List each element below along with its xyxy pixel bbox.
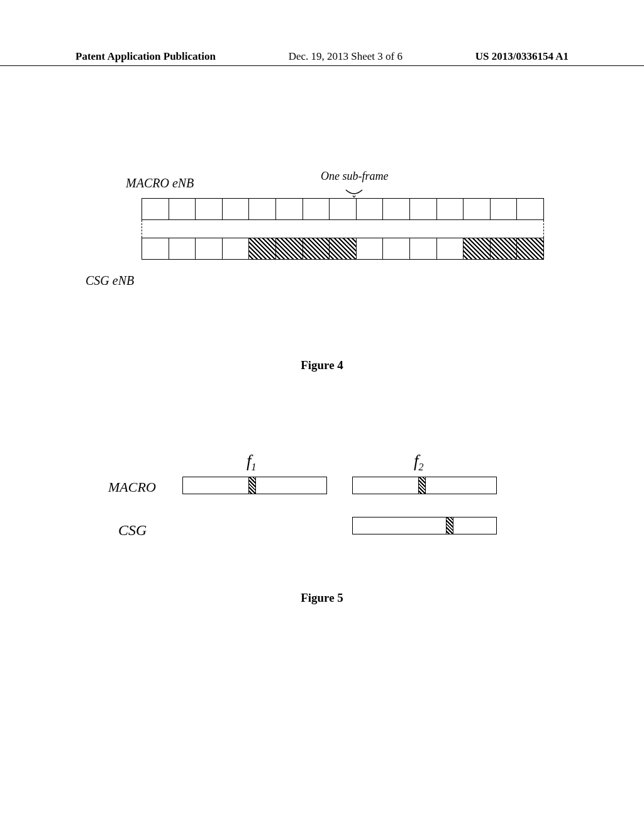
header-date-sheet: Dec. 19, 2013 Sheet 3 of 6 <box>289 50 402 63</box>
f2-text: f <box>414 451 419 470</box>
subframe-cell <box>491 199 518 219</box>
subframe-cell-hatched <box>276 238 303 259</box>
csg-f2-bar <box>352 517 497 534</box>
subframe-cell <box>410 199 437 219</box>
label-one-subframe: One sub-frame <box>321 170 388 183</box>
subframe-cell <box>196 199 223 219</box>
figure-5-caption: Figure 5 <box>88 591 556 605</box>
subframe-cell <box>517 199 543 219</box>
subframe-cell <box>196 238 223 259</box>
f2-sub: 2 <box>419 462 424 472</box>
page-header: Patent Application Publication Dec. 19, … <box>0 50 644 66</box>
subframe-cell <box>223 238 250 259</box>
subframe-cell-hatched <box>464 238 491 259</box>
label-csg: CSG <box>118 522 147 539</box>
subframe-cell <box>383 199 410 219</box>
subframe-cell <box>223 199 250 219</box>
hatch-slice <box>446 517 453 534</box>
label-csg-enb: CSG eNB <box>86 274 134 288</box>
label-f1: f1 <box>247 451 257 473</box>
label-macro-enb: MACRO eNB <box>126 176 194 191</box>
subframe-cell <box>330 199 357 219</box>
subframe-cell-hatched <box>517 238 543 259</box>
header-publication: Patent Application Publication <box>75 50 216 63</box>
f1-sub: 1 <box>252 462 257 472</box>
subframe-cell-hatched <box>249 238 276 259</box>
csg-bar-row <box>182 517 497 534</box>
f1-text: f <box>247 451 252 470</box>
subframe-cell <box>142 238 169 259</box>
subframe-cell <box>276 199 303 219</box>
label-macro: MACRO <box>108 479 156 495</box>
subframe-cell-hatched <box>491 238 518 259</box>
csg-frame-row <box>142 238 544 260</box>
macro-bar-row <box>182 477 497 494</box>
subframe-cell <box>169 238 196 259</box>
label-f2: f2 <box>414 451 424 473</box>
subframe-cell-hatched <box>330 238 357 259</box>
gap-dashed <box>142 220 544 238</box>
subframe-bracket-icon <box>345 189 364 197</box>
figure-4-caption: Figure 4 <box>88 358 556 372</box>
subframe-cell <box>437 238 464 259</box>
subframe-cell <box>357 199 384 219</box>
subframe-cell <box>142 199 169 219</box>
subframe-cell <box>357 238 384 259</box>
macro-f2-bar <box>352 477 497 494</box>
macro-f1-bar <box>182 477 327 494</box>
subframe-cell-hatched <box>303 238 330 259</box>
hatch-slice <box>418 477 426 494</box>
frames-diagram <box>142 198 544 260</box>
macro-frame-row <box>142 198 544 220</box>
subframe-cell <box>169 199 196 219</box>
header-pub-number: US 2013/0336154 A1 <box>475 50 569 63</box>
subframe-cell <box>249 199 276 219</box>
subframe-cell <box>464 199 491 219</box>
subframe-cell <box>410 238 437 259</box>
bars-diagram <box>182 477 497 557</box>
subframe-cell <box>383 238 410 259</box>
subframe-cell <box>437 199 464 219</box>
subframe-cell <box>303 199 330 219</box>
hatch-slice <box>248 477 256 494</box>
